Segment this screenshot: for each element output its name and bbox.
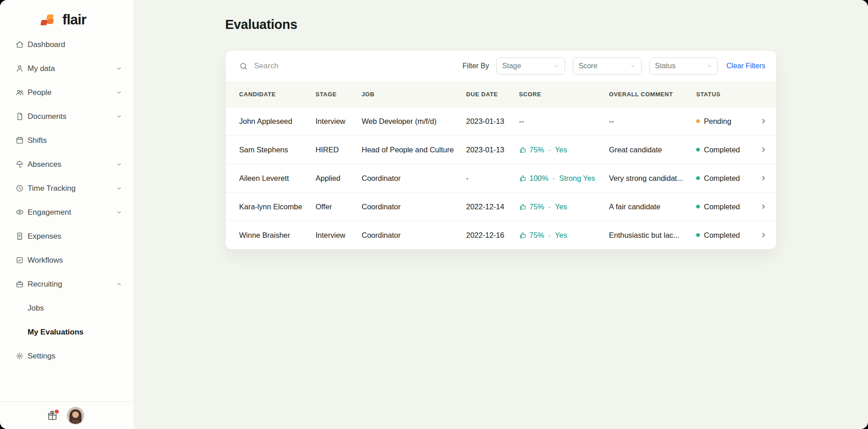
due-date-cell: 2022-12-14 — [466, 203, 519, 211]
search-box — [239, 61, 462, 71]
gift-icon[interactable] — [47, 410, 58, 421]
table-row[interactable]: Sam Stephens HIRED Head of People and Cu… — [226, 135, 776, 164]
main-content: Evaluations Filter By Stage — [134, 0, 868, 429]
sidebar-item-workflows[interactable]: Workflows — [0, 248, 134, 272]
row-chevron-right-icon[interactable] — [759, 146, 769, 153]
sidebar-item-label: Dashboard — [28, 40, 65, 49]
notification-dot — [54, 409, 60, 415]
status-dot — [696, 233, 700, 237]
comment-cell: Enthusiastic but lac... — [609, 231, 696, 240]
sidebar-item-label: Settings — [28, 352, 55, 361]
candidate-cell: Sam Stephens — [239, 146, 316, 154]
sidebar-item-label: Absences — [28, 160, 61, 169]
table-row[interactable]: John Appleseed Interview Web Developer (… — [226, 107, 776, 135]
status-label: Pending — [704, 117, 731, 126]
score-percent: 75% — [529, 203, 544, 211]
gear-icon — [15, 352, 24, 360]
chevron-down-icon — [630, 63, 636, 69]
column-header-status: STATUS — [696, 91, 759, 98]
sidebar-item-my-evaluations[interactable]: My Evaluations — [0, 320, 134, 344]
stage-cell: Interview — [316, 117, 362, 126]
status-cell: Completed — [696, 174, 759, 183]
status-dot — [696, 148, 700, 151]
row-chevron-right-icon[interactable] — [759, 231, 769, 239]
comment-cell: A fair candidate — [609, 203, 696, 211]
comment-cell: Great candidate — [609, 146, 696, 154]
column-header-score: SCORE — [519, 91, 609, 98]
score-cell: 75% - Yes — [519, 231, 609, 240]
search-input[interactable] — [253, 61, 404, 71]
stage-cell: Applied — [316, 174, 362, 183]
candidate-cell: Aileen Leverett — [239, 174, 316, 183]
score-verdict: Strong Yes — [559, 174, 595, 183]
score-verdict: Yes — [555, 203, 567, 211]
clock-icon — [15, 184, 24, 193]
sidebar-subitem-label: My Evaluations — [28, 328, 84, 337]
column-header-candidate: CANDIDATE — [239, 91, 316, 98]
job-cell: Head of People and Culture — [362, 146, 466, 154]
chevron-down-icon — [116, 113, 122, 119]
table-row[interactable]: Aileen Leverett Applied Coordinator - 10… — [226, 164, 776, 192]
filter-by-label: Filter By — [462, 62, 489, 70]
chevron-down-icon — [707, 63, 712, 69]
sidebar-item-my-data[interactable]: My data — [0, 57, 134, 80]
receipt-icon — [15, 232, 24, 240]
sidebar-item-time-tracking[interactable]: Time Tracking — [0, 176, 134, 200]
comment-cell: -- — [609, 117, 696, 126]
sidebar-item-label: Workflows — [28, 256, 63, 265]
sidebar-item-dashboard[interactable]: Dashboard — [0, 33, 134, 57]
user-icon — [15, 64, 24, 73]
umbrella-icon — [15, 160, 24, 169]
sidebar-item-expenses[interactable]: Expenses — [0, 224, 134, 248]
sidebar-item-absences[interactable]: Absences — [0, 152, 134, 176]
stage-cell: Offer — [316, 203, 362, 211]
sidebar-footer — [0, 401, 134, 429]
chevron-down-icon — [116, 185, 122, 191]
thumbs-up-icon — [519, 146, 527, 154]
table-row[interactable]: Winne Braisher Interview Coordinator 202… — [226, 221, 776, 249]
row-chevron-right-icon[interactable] — [759, 118, 769, 125]
score-percent: 75% — [529, 231, 544, 240]
score-filter-dropdown[interactable]: Score — [573, 57, 642, 75]
brand-name: flair — [62, 12, 86, 28]
status-dot — [696, 176, 700, 180]
status-label: Completed — [704, 203, 740, 211]
chevron-down-icon — [116, 66, 122, 71]
check-square-icon — [15, 256, 24, 264]
status-label: Completed — [704, 174, 740, 183]
due-date-cell: 2023-01-13 — [466, 146, 519, 154]
clear-filters-link[interactable]: Clear Filters — [726, 62, 765, 70]
sidebar-item-people[interactable]: People — [0, 80, 134, 104]
page-title: Evaluations — [225, 17, 777, 32]
candidate-cell: Kara-lynn Elcombe — [239, 203, 316, 211]
sidebar-item-settings[interactable]: Settings — [0, 344, 134, 368]
sidebar-item-shifts[interactable]: Shifts — [0, 128, 134, 152]
thumbs-up-icon — [519, 174, 527, 182]
chevron-down-icon — [116, 209, 122, 215]
flair-logo-icon — [39, 13, 58, 27]
score-verdict: Yes — [555, 231, 567, 240]
brand-logo: flair — [0, 0, 134, 28]
score-cell: 75% - Yes — [519, 203, 609, 211]
status-dot — [696, 205, 700, 208]
stage-cell: Interview — [316, 231, 362, 240]
sidebar-item-jobs[interactable]: Jobs — [0, 296, 134, 320]
sidebar-subitem-label: Jobs — [28, 304, 44, 313]
score-separator: - — [552, 174, 555, 183]
sidebar-item-recruiting[interactable]: Recruiting — [0, 272, 134, 296]
score-filter-value: Score — [579, 62, 598, 70]
status-cell: Completed — [696, 231, 759, 240]
score-separator: - — [548, 203, 551, 211]
table-row[interactable]: Kara-lynn Elcombe Offer Coordinator 2022… — [226, 192, 776, 221]
job-cell: Web Developer (m/f/d) — [362, 117, 466, 126]
sidebar-item-documents[interactable]: Documents — [0, 104, 134, 128]
status-dot — [696, 119, 700, 123]
avatar[interactable] — [67, 407, 84, 424]
status-filter-dropdown[interactable]: Status — [649, 57, 718, 75]
sidebar-item-engagement[interactable]: Engagement — [0, 200, 134, 224]
stage-filter-dropdown[interactable]: Stage — [496, 57, 565, 75]
score-cell: 75% - Yes — [519, 146, 609, 154]
row-chevron-right-icon[interactable] — [759, 174, 769, 182]
row-chevron-right-icon[interactable] — [759, 203, 769, 210]
calendar-icon — [15, 136, 24, 145]
